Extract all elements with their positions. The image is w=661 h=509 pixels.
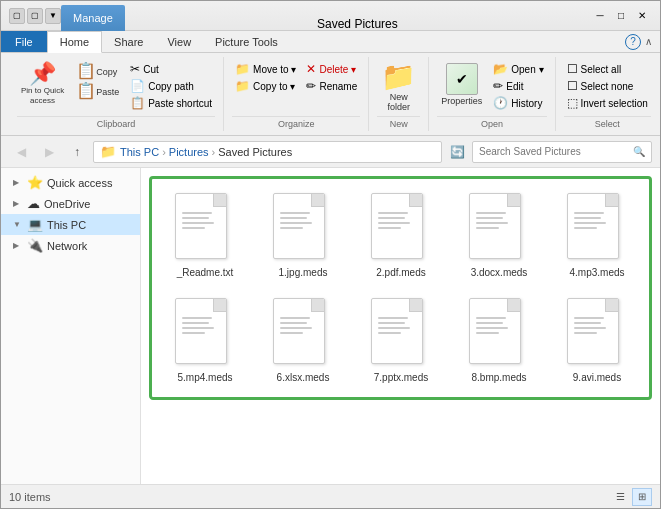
help-icon[interactable]: ? <box>625 34 641 50</box>
file-icon-readme <box>175 193 235 265</box>
pin-label: Pin to Quickaccess <box>21 86 64 105</box>
tab-picture-tools[interactable]: Picture Tools <box>203 31 290 52</box>
list-item[interactable]: _Readme.txt <box>160 187 250 284</box>
copy-button[interactable]: 📋 Copy <box>72 61 123 81</box>
list-item[interactable]: 9.avi.meds <box>552 292 642 389</box>
cut-button[interactable]: ✂ Cut <box>127 61 215 77</box>
expand-icon-network: ▶ <box>13 241 23 250</box>
select-none-button[interactable]: ☐ Select none <box>564 78 651 94</box>
list-item[interactable]: 1.jpg.meds <box>258 187 348 284</box>
titlebar-quick-access: ▢ ▢ ▼ <box>9 8 61 24</box>
tab-view[interactable]: View <box>155 31 203 52</box>
file-name-4: 4.mp3.meds <box>569 267 624 278</box>
new-folder-button[interactable]: 📁 Newfolder <box>377 61 420 114</box>
rename-label: Rename <box>319 81 357 92</box>
sidebar-item-quick-access[interactable]: ▶ ⭐ Quick access <box>1 172 140 193</box>
file-icon-5 <box>175 298 235 370</box>
search-input[interactable] <box>479 146 633 157</box>
search-box[interactable]: 🔍 <box>472 141 652 163</box>
refresh-button[interactable]: 🔄 <box>446 141 468 163</box>
open-icon: 📂 <box>493 62 508 76</box>
clipboard-label: Clipboard <box>17 116 215 129</box>
file-name-9: 9.avi.meds <box>573 372 621 383</box>
window-title: Saved Pictures <box>125 17 590 31</box>
breadcrumb-pictures[interactable]: Pictures <box>169 146 209 158</box>
organize-btns-2: ✕ Delete ▾ ✏ Rename <box>303 61 360 94</box>
open-label: Open <box>437 116 546 129</box>
select-none-icon: ☐ <box>567 79 578 93</box>
rename-button[interactable]: ✏ Rename <box>303 78 360 94</box>
breadcrumb-thispc[interactable]: This PC <box>120 146 159 158</box>
list-item[interactable]: 3.docx.meds <box>454 187 544 284</box>
clipboard-content: 📌 Pin to Quickaccess 📋 Copy 📋 Paste <box>17 59 215 114</box>
history-label: History <box>511 98 542 109</box>
sidebar-item-thispc[interactable]: ▼ 💻 This PC <box>1 214 140 235</box>
sidebar-item-network[interactable]: ▶ 🔌 Network <box>1 235 140 256</box>
list-item[interactable]: 2.pdf.meds <box>356 187 446 284</box>
ribbon-body: 📌 Pin to Quickaccess 📋 Copy 📋 Paste <box>1 53 660 135</box>
search-icon: 🔍 <box>633 146 645 157</box>
tab-file[interactable]: File <box>1 31 47 52</box>
move-to-label: Move to ▾ <box>253 64 296 75</box>
open-label: Open ▾ <box>511 64 543 75</box>
list-item[interactable]: 5.mp4.meds <box>160 292 250 389</box>
file-name-2: 2.pdf.meds <box>376 267 425 278</box>
tab-share[interactable]: Share <box>102 31 155 52</box>
minimize-button[interactable]: ─ <box>590 6 610 26</box>
expand-icon: ▶ <box>13 178 23 187</box>
list-item[interactable]: 4.mp3.meds <box>552 187 642 284</box>
thispc-icon: 💻 <box>27 217 43 232</box>
properties-icon: ✔ <box>446 63 478 95</box>
back-button[interactable]: ◀ <box>9 141 33 163</box>
file-name-7: 7.pptx.meds <box>374 372 428 383</box>
copy-to-icon: 📁 <box>235 79 250 93</box>
select-all-button[interactable]: ☐ Select all <box>564 61 651 77</box>
select-all-label: Select all <box>581 64 622 75</box>
history-button[interactable]: 🕐 History <box>490 95 546 111</box>
move-to-button[interactable]: 📁 Move to ▾ <box>232 61 299 77</box>
delete-button[interactable]: ✕ Delete ▾ <box>303 61 360 77</box>
invert-selection-button[interactable]: ⬚ Invert selection <box>564 95 651 111</box>
window: ▢ ▢ ▼ Manage Saved Pictures ─ □ ✕ File H… <box>0 0 661 509</box>
pin-to-quick-access-button[interactable]: 📌 Pin to Quickaccess <box>17 61 68 107</box>
titlebar-icon-3[interactable]: ▼ <box>45 8 61 24</box>
manage-tab[interactable]: Manage <box>61 5 125 31</box>
large-icons-view-button[interactable]: ⊞ <box>632 488 652 506</box>
select-all-icon: ☐ <box>567 62 578 76</box>
titlebar-icon-1[interactable]: ▢ <box>9 8 25 24</box>
addressbar: ◀ ▶ ↑ 📁 This PC › Pictures › Saved Pictu… <box>1 136 660 168</box>
new-label: New <box>377 116 420 129</box>
quick-access-icon: ⭐ <box>27 175 43 190</box>
titlebar-icon-2[interactable]: ▢ <box>27 8 43 24</box>
copy-path-button[interactable]: 📄 Copy path <box>127 78 215 94</box>
move-icon: 📁 <box>235 62 250 76</box>
sidebar-item-onedrive[interactable]: ▶ ☁ OneDrive <box>1 193 140 214</box>
maximize-button[interactable]: □ <box>611 6 631 26</box>
paste-shortcut-button[interactable]: 📋 Paste shortcut <box>127 95 215 111</box>
tab-home[interactable]: Home <box>47 31 102 53</box>
list-item[interactable]: 8.bmp.meds <box>454 292 544 389</box>
open-button[interactable]: 📂 Open ▾ <box>490 61 546 77</box>
copy-to-button[interactable]: 📁 Copy to ▾ <box>232 78 299 94</box>
invert-selection-label: Invert selection <box>581 98 648 109</box>
details-view-button[interactable]: ☰ <box>610 488 630 506</box>
list-item[interactable]: 7.pptx.meds <box>356 292 446 389</box>
expand-icon-thispc: ▼ <box>13 220 23 229</box>
edit-button[interactable]: ✏ Edit <box>490 78 546 94</box>
close-button[interactable]: ✕ <box>632 6 652 26</box>
organize-label: Organize <box>232 116 360 129</box>
view-controls: ☰ ⊞ <box>610 488 652 506</box>
select-group: ☐ Select all ☐ Select none ⬚ Invert sele… <box>556 57 659 131</box>
address-path[interactable]: 📁 This PC › Pictures › Saved Pictures <box>93 141 442 163</box>
collapse-ribbon-icon[interactable]: ∧ <box>645 36 652 47</box>
list-item[interactable]: 6.xlsx.meds <box>258 292 348 389</box>
file-name-8: 8.bmp.meds <box>471 372 526 383</box>
up-button[interactable]: ↑ <box>65 141 89 163</box>
forward-button[interactable]: ▶ <box>37 141 61 163</box>
properties-button[interactable]: ✔ Properties <box>437 61 486 108</box>
quick-access-label: Quick access <box>47 177 112 189</box>
select-label: Select <box>564 116 651 129</box>
paste-button[interactable]: 📋 Paste <box>72 81 123 101</box>
copy-path-icon: 📄 <box>130 79 145 93</box>
file-icon-9 <box>567 298 627 370</box>
